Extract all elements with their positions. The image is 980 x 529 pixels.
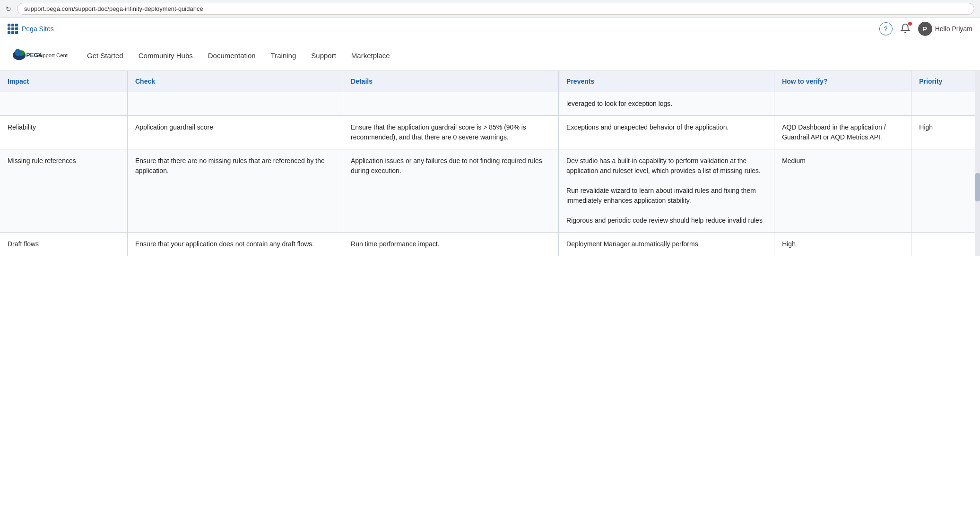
col-header-impact: Impact: [0, 71, 127, 92]
cell-priority-0: [911, 92, 980, 116]
cell-check-0: [127, 92, 343, 116]
pega-sites-label[interactable]: Pega Sites: [22, 25, 54, 33]
table-wrapper: Impact Check Details Prevents How to ver…: [0, 71, 980, 256]
cell-prevents-1: Exceptions and unexpected behavior of th…: [559, 116, 774, 149]
browser-toolbar: ↻ support.pega.com/support-doc/pega-infi…: [0, 0, 980, 17]
apps-grid-icon[interactable]: [8, 24, 18, 34]
svg-point-2: [15, 49, 21, 56]
cell-details-2: Application issues or any failures due t…: [343, 149, 559, 233]
user-name: Hello Priyam: [935, 25, 972, 33]
cell-check-1: Application guardrail score: [127, 116, 343, 149]
user-menu[interactable]: P Hello Priyam: [918, 22, 972, 36]
cell-verify-3: High: [774, 233, 911, 256]
main-nav: PEGA Support Center Get Started Communit…: [0, 40, 980, 71]
col-header-priority: Priority: [911, 71, 980, 92]
reload-icon[interactable]: ↻: [6, 5, 13, 13]
cell-impact-2: Missing rule references: [0, 149, 127, 233]
col-header-verify: How to verify?: [774, 71, 911, 92]
user-avatar: P: [918, 22, 932, 36]
svg-text:Support Center: Support Center: [36, 52, 69, 58]
nav-links: Get Started Community Hubs Documentation…: [87, 52, 390, 60]
cell-details-0: [343, 92, 559, 116]
table-row: Reliability Application guardrail score …: [0, 116, 980, 149]
scrollbar-thumb[interactable]: [975, 173, 980, 201]
cell-priority-1: High: [911, 116, 980, 149]
col-header-prevents: Prevents: [559, 71, 774, 92]
nav-training[interactable]: Training: [271, 52, 296, 60]
nav-marketplace[interactable]: Marketplace: [351, 52, 390, 60]
scrollbar-track[interactable]: [975, 71, 980, 256]
cell-details-1: Ensure that the application guardrail sc…: [343, 116, 559, 149]
cell-verify-1: AQD Dashboard in the application / Guard…: [774, 116, 911, 149]
nav-community-hubs[interactable]: Community Hubs: [139, 52, 193, 60]
cell-check-2: Ensure that there are no missing rules t…: [127, 149, 343, 233]
cell-prevents-0: leveraged to look for exception logs.: [559, 92, 774, 116]
cell-prevents-2: Dev studio has a built-in capability to …: [559, 149, 774, 233]
nav-get-started[interactable]: Get Started: [87, 52, 123, 60]
nav-documentation[interactable]: Documentation: [208, 52, 256, 60]
top-bar: Pega Sites ? P Hello Priyam: [0, 18, 980, 40]
col-header-details: Details: [343, 71, 559, 92]
table-row: Missing rule references Ensure that ther…: [0, 149, 980, 233]
top-bar-left: Pega Sites: [8, 24, 54, 34]
cell-impact-3: Draft flows: [0, 233, 127, 256]
cell-impact-1: Reliability: [0, 116, 127, 149]
pega-logo[interactable]: PEGA Support Center: [11, 46, 68, 65]
cell-verify-2: Medium: [774, 149, 911, 233]
notification-badge: [908, 22, 912, 26]
table-row: leveraged to look for exception logs.: [0, 92, 980, 116]
table-row: Draft flows Ensure that your application…: [0, 233, 980, 256]
cell-priority-2: [911, 149, 980, 233]
cell-verify-0: [774, 92, 911, 116]
top-bar-right: ? P Hello Priyam: [879, 22, 972, 36]
col-header-check: Check: [127, 71, 343, 92]
browser-chrome: ↻ support.pega.com/support-doc/pega-infi…: [0, 0, 980, 18]
address-bar[interactable]: support.pega.com/support-doc/pega-infini…: [17, 3, 974, 15]
notification-icon[interactable]: [900, 23, 911, 35]
nav-support[interactable]: Support: [311, 52, 336, 60]
cell-prevents-3: Deployment Manager automatically perform…: [559, 233, 774, 256]
deployment-table: Impact Check Details Prevents How to ver…: [0, 71, 980, 256]
logo-container: PEGA Support Center: [11, 46, 68, 65]
table-header-row: Impact Check Details Prevents How to ver…: [0, 71, 980, 92]
cell-impact-0: [0, 92, 127, 116]
cell-details-3: Run time performance impact.: [343, 233, 559, 256]
help-icon[interactable]: ?: [879, 22, 893, 35]
cell-priority-3: [911, 233, 980, 256]
content-area: Impact Check Details Prevents How to ver…: [0, 71, 980, 256]
cell-check-3: Ensure that your application does not co…: [127, 233, 343, 256]
